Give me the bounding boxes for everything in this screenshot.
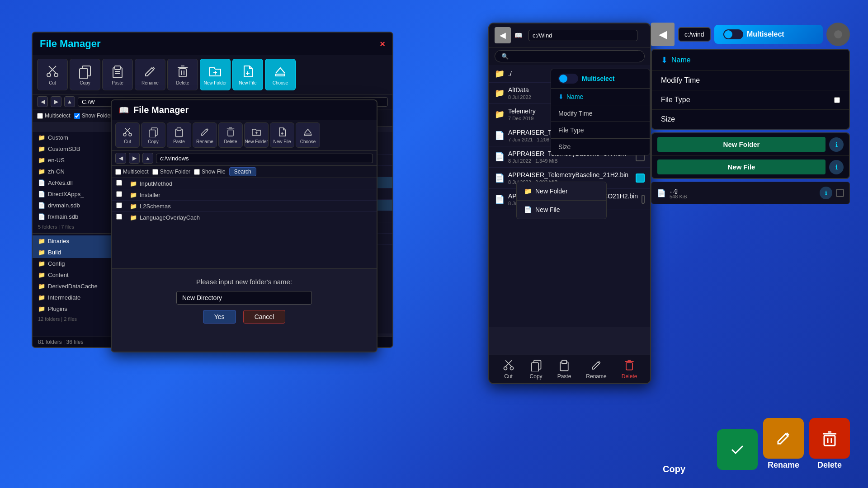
row-checkbox[interactable] bbox=[116, 202, 122, 208]
win4-back-button[interactable]: ◀ bbox=[651, 23, 675, 46]
win2-rename-button[interactable]: Rename bbox=[193, 122, 217, 148]
table-row[interactable]: 📁Installer bbox=[112, 189, 377, 201]
win1-choose-label: Choose bbox=[273, 80, 288, 85]
win1-delete-button[interactable]: Delete bbox=[167, 59, 198, 90]
win1-forward-nav[interactable]: ▶ bbox=[51, 96, 61, 107]
svg-rect-30 bbox=[228, 130, 233, 136]
win4-file-info-button[interactable]: ℹ bbox=[820, 187, 832, 199]
svg-point-39 bbox=[510, 367, 513, 370]
win2-choose-button[interactable]: Choose bbox=[296, 122, 320, 148]
row-checkbox[interactable] bbox=[116, 191, 122, 197]
win2-folder-name-input[interactable] bbox=[176, 291, 312, 305]
multiselect-input[interactable] bbox=[37, 113, 43, 119]
win4-file-checkbox[interactable] bbox=[836, 189, 844, 197]
win2-newfile-button[interactable]: New File bbox=[270, 122, 294, 148]
win4-newfolder-info-button[interactable]: ℹ bbox=[829, 137, 844, 152]
win2-newfolder-button[interactable]: New Folder bbox=[244, 122, 269, 148]
table-row[interactable]: 📁LanguageOverlayCach bbox=[112, 212, 377, 223]
multiselect-toggle-pill[interactable] bbox=[558, 74, 578, 84]
win4-new-file-button[interactable]: New File bbox=[657, 160, 826, 174]
folder-icon: 📁 bbox=[130, 192, 137, 198]
win3-path[interactable]: c:/Wind bbox=[528, 30, 637, 41]
showfile-input[interactable] bbox=[194, 169, 200, 175]
win2-showfile-checkbox[interactable]: Show File bbox=[194, 169, 226, 175]
win2-cancel-button[interactable]: Cancel bbox=[243, 310, 286, 324]
win4-sort-filetype[interactable]: File Type bbox=[652, 90, 849, 110]
win1-cut-button[interactable]: Cut bbox=[37, 59, 68, 90]
win1-multiselect-checkbox[interactable]: Multiselect bbox=[37, 113, 71, 119]
table-row[interactable]: 📁L2Schemas bbox=[112, 201, 377, 212]
multiselect-input[interactable] bbox=[115, 169, 121, 175]
svg-point-50 bbox=[834, 30, 842, 38]
win3-sort-filetype[interactable]: File Type bbox=[551, 122, 650, 139]
win3-sort-size[interactable]: Size bbox=[551, 139, 650, 155]
win3-rename-button[interactable]: Rename bbox=[586, 359, 606, 380]
win1-close-button[interactable]: × bbox=[380, 39, 385, 49]
filetype-checkbox[interactable] bbox=[834, 97, 840, 103]
win4-path[interactable]: c:/wind bbox=[678, 27, 711, 42]
win3-paste-label: Paste bbox=[557, 373, 571, 380]
win2-search-button[interactable]: Search bbox=[229, 167, 256, 176]
showfolder-input[interactable] bbox=[152, 169, 158, 175]
win3-new-folder-btn[interactable]: 📁 New Folder bbox=[517, 182, 606, 201]
win3-row-checkbox[interactable] bbox=[642, 195, 645, 204]
win2-delete-button[interactable]: Delete bbox=[218, 122, 243, 148]
win4-new-folder-button[interactable]: New Folder bbox=[657, 137, 826, 152]
win3-multiselect-toggle[interactable]: Multiselect bbox=[551, 69, 650, 89]
win1-up-nav[interactable]: ▲ bbox=[64, 96, 75, 107]
win3-copy-button[interactable]: Copy bbox=[530, 359, 542, 380]
win1-showfolder-checkbox[interactable]: Show Folder bbox=[74, 113, 112, 119]
win3-sort-name[interactable]: ⬇ Name bbox=[551, 89, 650, 105]
win2-up-nav[interactable]: ▲ bbox=[142, 153, 153, 164]
win3-search-input[interactable] bbox=[495, 50, 645, 62]
win2-forward-nav[interactable]: ▶ bbox=[129, 153, 140, 164]
file-icon: 📄 bbox=[495, 173, 505, 183]
win3-new-file-btn[interactable]: 📄 New File bbox=[517, 201, 606, 219]
win3-delete-button[interactable]: Delete bbox=[622, 359, 637, 380]
win1-delete-label: Delete bbox=[176, 80, 189, 85]
win2-back-nav[interactable]: ◀ bbox=[115, 153, 126, 164]
row-checkbox[interactable] bbox=[116, 180, 122, 186]
arrow-down-icon: ⬇ bbox=[661, 55, 668, 65]
win2-showfolder-checkbox[interactable]: Show Folder bbox=[152, 169, 190, 175]
win1-copy-button[interactable]: Copy bbox=[70, 59, 100, 90]
showfolder-input[interactable] bbox=[74, 113, 80, 119]
win2-cut-button[interactable]: Cut bbox=[115, 122, 140, 148]
paste-action-button[interactable] bbox=[717, 429, 758, 470]
win1-choose-button[interactable]: Choose bbox=[265, 59, 296, 90]
win1-paste-button[interactable]: Paste bbox=[102, 59, 133, 90]
win1-newfile-button[interactable]: New File bbox=[232, 59, 263, 90]
win3-sort-modifytime[interactable]: Modify Time bbox=[551, 105, 650, 122]
win2-copy-label: Copy bbox=[148, 139, 158, 144]
win3-cut-button[interactable]: Cut bbox=[502, 359, 515, 380]
svg-rect-20 bbox=[276, 74, 285, 76]
win2-path[interactable]: c:/windows bbox=[156, 154, 373, 163]
win4-multiselect-button[interactable]: Multiselect bbox=[714, 25, 823, 44]
delete-action-button[interactable] bbox=[809, 418, 850, 459]
win4-sort-name[interactable]: ⬇ Name bbox=[652, 50, 849, 71]
win2-delete-label: Delete bbox=[224, 139, 237, 144]
row-checkbox[interactable] bbox=[116, 214, 122, 220]
win1-rename-button[interactable]: Rename bbox=[135, 59, 165, 90]
multiselect-pill[interactable] bbox=[723, 29, 743, 39]
table-row[interactable]: 📁InputMethod bbox=[112, 178, 377, 189]
rename-action-button[interactable] bbox=[763, 418, 804, 459]
win2-yes-button[interactable]: Yes bbox=[203, 310, 236, 324]
win3-back-button[interactable]: ◀ bbox=[495, 27, 511, 43]
win3-row-checkbox[interactable] bbox=[636, 174, 645, 183]
win4-newfile-info-button[interactable]: ℹ bbox=[829, 160, 844, 174]
win3-paste-button[interactable]: Paste bbox=[557, 359, 571, 380]
file-icon: 📄 bbox=[495, 131, 505, 141]
win4-sort-modifytime[interactable]: Modify Time bbox=[652, 71, 849, 90]
win4-sort-options: ⬇ Name Modify Time File Type Size bbox=[651, 49, 850, 130]
win2-multiselect-checkbox[interactable]: Multiselect bbox=[115, 169, 149, 175]
win2-dialog-buttons: Yes Cancel bbox=[203, 310, 285, 324]
win1-back-nav[interactable]: ◀ bbox=[37, 96, 48, 107]
win4-circle-button[interactable] bbox=[826, 23, 850, 46]
arrow-down-icon: ⬇ bbox=[558, 93, 564, 100]
win1-newfolder-button[interactable]: New Folder bbox=[200, 59, 231, 90]
win2-paste-button[interactable]: Paste bbox=[167, 122, 191, 148]
win2-copy-button[interactable]: Copy bbox=[141, 122, 165, 148]
win4-sort-size[interactable]: Size bbox=[652, 110, 849, 129]
win4-file-info: ...g 548 KiB bbox=[670, 187, 816, 199]
